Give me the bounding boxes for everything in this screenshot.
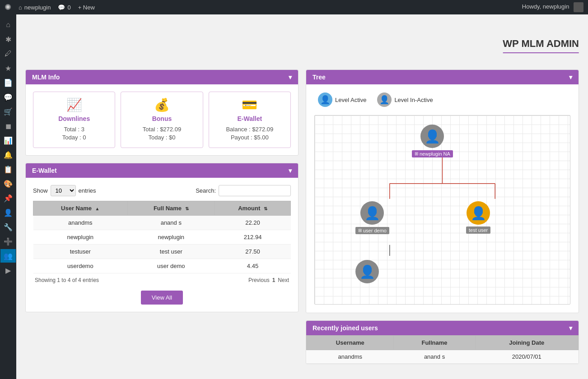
cell-username: newplugin [33, 230, 128, 245]
legend-inactive-avatar: 👤 [377, 92, 392, 107]
ewallet-panel: E-Wallet ▾ Show 10 25 50 100 [25, 163, 299, 312]
joined-col-username: Username [307, 336, 394, 350]
mlm-info-header: MLM Info ▾ [26, 70, 298, 84]
recently-joined-table: Username Fullname Joining Date anandms a… [306, 335, 579, 364]
downlines-title: Downlines [41, 115, 107, 122]
recently-joined-header: Recently joined users ▾ [306, 321, 579, 335]
left-label: ⊞ user demo [355, 227, 389, 234]
table-row: anandms anand s 22.20 [33, 216, 291, 230]
sidebar-item-products[interactable]: ◼ [0, 119, 16, 133]
site-name-link[interactable]: ⌂ newplugin [19, 4, 51, 11]
new-content-link[interactable]: + New [78, 4, 95, 11]
mlm-info-title: MLM Info [32, 74, 60, 81]
ewallet-body: Show 10 25 50 100 entries Search: [26, 178, 298, 312]
right-avatar: 👤 [467, 201, 490, 225]
cell-username: testuser [33, 245, 128, 259]
sidebar-item-content[interactable]: 📋 [0, 162, 16, 176]
ewallet-card: 💳 E-Wallet Balance : $272.09 Payout : $5… [209, 92, 291, 148]
tree-collapse-icon[interactable]: ▾ [569, 74, 572, 81]
tree-node-left: 👤 ⊞ user demo [355, 201, 389, 234]
wp-logo-icon: ✺ [5, 2, 11, 12]
joined-col-date: Joining Date [475, 336, 578, 350]
col-fullname[interactable]: Full Name ⇅ [127, 201, 215, 216]
tree-node-bottom: 👤 [355, 260, 379, 285]
tree-body: 👤 Level Active 👤 Level In-Active [306, 84, 579, 313]
mlm-info-body: 📈 Downlines Total : 3 Today : 0 💰 Bonus … [26, 84, 298, 155]
right-label: test user [466, 226, 490, 234]
sidebar-item-dashboard[interactable]: ⌂ [0, 18, 16, 32]
sidebar-item-pages[interactable]: 📄 [0, 76, 16, 89]
ewallet-collapse-icon[interactable]: ▾ [289, 167, 292, 174]
mlm-info-panel: MLM Info ▾ 📈 Downlines Total : 3 Today :… [25, 69, 299, 156]
sidebar-item-appearance[interactable]: 🎨 [0, 177, 16, 190]
col-username[interactable]: User Name ▲ [33, 201, 128, 216]
sidebar-item-media[interactable]: ▶ [0, 263, 16, 277]
bonus-icon: 💰 [128, 97, 195, 112]
fullname-sort-icon: ⇅ [185, 206, 189, 211]
cell-fullname: test user [127, 245, 215, 259]
sidebar-item-analytics[interactable]: 📊 [0, 134, 16, 147]
bonus-card: 💰 Bonus Total : $272.09 Today : $0 [121, 92, 203, 148]
recently-joined-collapse-icon[interactable]: ▾ [569, 324, 572, 332]
tree-node-right: 👤 test user [466, 201, 490, 234]
table-footer: Showing 1 to 4 of 4 entries Previous 1 N… [33, 273, 291, 287]
cell-amount: 27.50 [215, 245, 291, 259]
table-row: testuser test user 27.50 [33, 245, 291, 259]
prev-page[interactable]: Previous [248, 277, 270, 283]
search-input[interactable] [219, 185, 291, 196]
joined-cell-username: anandms [307, 350, 394, 364]
sidebar-item-favorites[interactable]: ★ [0, 61, 16, 75]
col-amount[interactable]: Amount ⇅ [215, 201, 291, 216]
sidebar-item-users[interactable]: 👤 [0, 206, 16, 219]
recently-joined-panel: Recently joined users ▾ Username Fullnam… [306, 320, 579, 364]
ewallet-panel-title: E-Wallet [32, 167, 57, 174]
view-all-button[interactable]: View All [141, 291, 183, 305]
mlm-info-collapse-icon[interactable]: ▾ [289, 74, 292, 81]
sidebar-item-tools[interactable]: 🔧 [0, 220, 16, 234]
bottom-avatar: 👤 [355, 260, 379, 283]
sidebar-item-add[interactable]: ➕ [0, 235, 16, 248]
comments-link[interactable]: 💬 0 [58, 4, 70, 11]
sidebar-item-mlm[interactable]: 👥 [0, 249, 16, 263]
main-content: WP MLM ADMIN MLM Info ▾ 📈 Downlines Tota… [16, 29, 588, 379]
bonus-title: Bonus [128, 115, 195, 122]
site-name: newplugin [24, 4, 51, 11]
current-page[interactable]: 1 [272, 277, 275, 283]
username-sort-icon: ▲ [95, 206, 100, 211]
sidebar: ⌂ ✱ 🖊 ★ 📄 💬 🛒 ◼ 📊 🔔 📋 🎨 📌 👤 🔧 ➕ 👥 ▶ [0, 14, 16, 379]
sidebar-item-settings[interactable]: ✱ [0, 32, 16, 46]
sidebar-item-woocommerce[interactable]: 🛒 [0, 105, 16, 118]
cell-amount: 22.20 [215, 216, 291, 230]
downlines-card: 📈 Downlines Total : 3 Today : 0 [33, 92, 115, 148]
recently-joined-title: Recently joined users [313, 324, 378, 332]
legend-inactive: 👤 Level In-Active [377, 92, 433, 107]
sidebar-item-posts[interactable]: 🖊 [0, 47, 16, 60]
comments-icon: 💬 [58, 4, 65, 11]
sidebar-item-comments[interactable]: 💬 [0, 90, 16, 104]
tree-panel: Tree ▾ 👤 Level Active 👤 Level In-Active [306, 69, 579, 313]
ewallet-title: E-Wallet [216, 115, 283, 122]
bonus-today: Today : $0 [128, 134, 195, 141]
table-controls: Show 10 25 50 100 entries Search: [33, 185, 291, 196]
joined-col-fullname: Fullname [394, 336, 475, 350]
sidebar-item-plugins[interactable]: 📌 [0, 191, 16, 205]
joined-table-row: anandms anand s 2020/07/01 [307, 350, 579, 364]
tree-canvas: 👤 ⊞ newplugin NA 👤 ⊞ user demo [314, 115, 570, 305]
pagination: Previous 1 Next [248, 277, 289, 283]
ewallet-header: E-Wallet ▾ [26, 163, 298, 178]
cell-fullname: anand s [127, 216, 215, 230]
cell-username: anandms [33, 216, 128, 230]
next-page[interactable]: Next [278, 277, 289, 283]
show-label: Show [33, 187, 48, 194]
left-avatar: 👤 [360, 201, 384, 225]
joined-cell-fullname: anand s [394, 350, 475, 364]
sidebar-item-notifications[interactable]: 🔔 [0, 148, 16, 162]
recently-joined-body: Username Fullname Joining Date anandms a… [306, 335, 579, 364]
legend-active: 👤 Level Active [318, 92, 366, 107]
legend-active-avatar: 👤 [318, 92, 332, 107]
entries-select[interactable]: 10 25 50 100 [51, 185, 76, 196]
cell-username: userdemo [33, 259, 128, 273]
wp-logo-link[interactable]: ✺ [5, 2, 11, 12]
tree-legend: 👤 Level Active 👤 Level In-Active [311, 89, 574, 111]
ewallet-table: User Name ▲ Full Name ⇅ Amount ⇅ anandms… [33, 201, 291, 273]
